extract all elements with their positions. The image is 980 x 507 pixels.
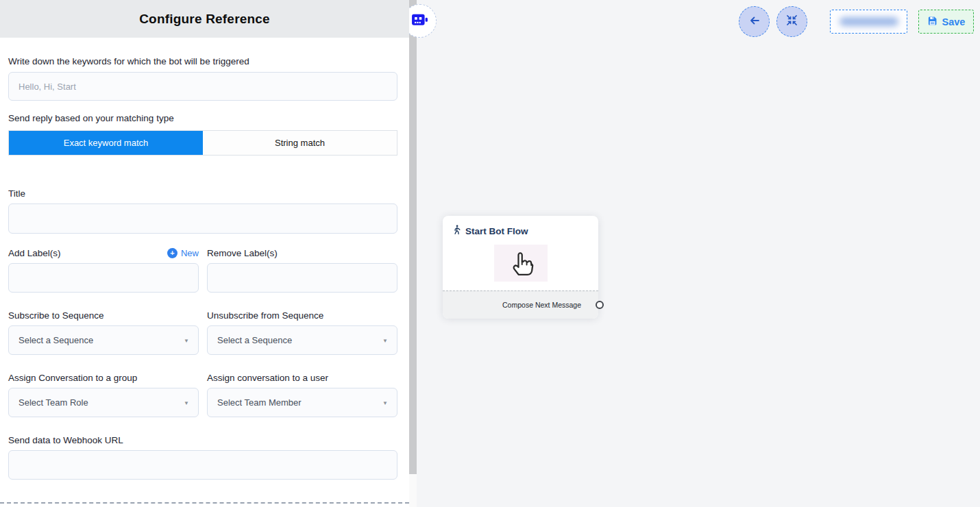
save-button[interactable]: Save bbox=[918, 10, 974, 34]
subscribe-sequence-value: Select a Sequence bbox=[19, 335, 93, 345]
canvas-toolbar: Save bbox=[739, 6, 974, 37]
chevron-down-icon: ▼ bbox=[184, 399, 189, 406]
assign-user-select[interactable]: Select Team Member ▼ bbox=[207, 388, 397, 417]
new-label-link[interactable]: + New bbox=[167, 248, 199, 258]
assign-group-label: Assign Conversation to a group bbox=[8, 373, 199, 383]
save-button-label: Save bbox=[942, 16, 966, 27]
node-body bbox=[443, 241, 598, 285]
webhook-input[interactable] bbox=[8, 450, 397, 480]
scrollbar-thumb[interactable] bbox=[409, 0, 417, 474]
fit-view-button[interactable] bbox=[776, 6, 807, 37]
keywords-label: Write down the keywords for which the bo… bbox=[8, 56, 397, 66]
unsubscribe-sequence-value: Select a Sequence bbox=[217, 335, 292, 345]
title-label: Title bbox=[8, 188, 397, 199]
new-label-link-text: New bbox=[181, 248, 199, 258]
unsubscribe-sequence-select[interactable]: Select a Sequence ▼ bbox=[207, 325, 397, 355]
compose-next-message-label: Compose Next Message bbox=[502, 301, 581, 309]
redacted-text bbox=[840, 17, 898, 26]
back-arrow-icon bbox=[748, 14, 761, 29]
flow-canvas[interactable]: Save Start Bot Flow Compose Next Message bbox=[417, 0, 980, 507]
panel-bottom-divider bbox=[0, 502, 409, 504]
tab-string-match[interactable]: String match bbox=[203, 131, 397, 155]
node-header: Start Bot Flow bbox=[443, 216, 598, 237]
panel-header: Configure Reference bbox=[0, 0, 409, 38]
compress-icon bbox=[786, 14, 798, 29]
plus-circle-icon: + bbox=[167, 248, 177, 258]
start-bot-flow-node[interactable]: Start Bot Flow Compose Next Message bbox=[443, 216, 598, 319]
save-floppy-icon bbox=[927, 16, 938, 28]
remove-labels-label: Remove Label(s) bbox=[207, 248, 397, 258]
matching-type-toggle: Exact keyword match String match bbox=[8, 130, 397, 156]
node-title: Start Bot Flow bbox=[465, 226, 528, 236]
connection-handle[interactable] bbox=[596, 301, 604, 309]
chevron-down-icon: ▼ bbox=[382, 399, 388, 406]
add-labels-label: Add Label(s) bbox=[8, 248, 61, 258]
back-button[interactable] bbox=[739, 6, 770, 37]
page-title: Configure Reference bbox=[139, 12, 270, 27]
assign-group-select[interactable]: Select Team Role ▼ bbox=[8, 388, 199, 417]
subscribe-sequence-label: Subscribe to Sequence bbox=[8, 310, 199, 321]
matching-type-label: Send reply based on your matching type bbox=[8, 113, 397, 123]
assign-group-value: Select Team Role bbox=[19, 397, 88, 408]
keywords-input[interactable] bbox=[8, 72, 397, 101]
subscribe-sequence-select[interactable]: Select a Sequence ▼ bbox=[8, 325, 199, 355]
robot-icon bbox=[411, 12, 429, 31]
walking-person-icon bbox=[452, 225, 461, 237]
add-labels-input[interactable] bbox=[8, 263, 199, 293]
chevron-down-icon: ▼ bbox=[184, 337, 189, 343]
assign-user-label: Assign conversation to a user bbox=[207, 373, 397, 383]
panel-scrollbar[interactable] bbox=[409, 0, 417, 507]
unsubscribe-sequence-label: Unsubscribe from Sequence bbox=[207, 310, 397, 321]
hand-cursor-icon bbox=[494, 245, 548, 282]
tab-exact-keyword-match[interactable]: Exact keyword match bbox=[9, 131, 203, 155]
chevron-down-icon: ▼ bbox=[382, 337, 388, 343]
node-footer: Compose Next Message bbox=[443, 290, 598, 319]
redacted-account-button[interactable] bbox=[830, 10, 907, 34]
configure-reference-panel: Configure Reference Write down the keywo… bbox=[0, 0, 409, 507]
assign-user-value: Select Team Member bbox=[217, 397, 302, 408]
title-input[interactable] bbox=[8, 203, 397, 234]
remove-labels-input[interactable] bbox=[207, 263, 397, 293]
webhook-label: Send data to Webhook URL bbox=[8, 435, 397, 445]
